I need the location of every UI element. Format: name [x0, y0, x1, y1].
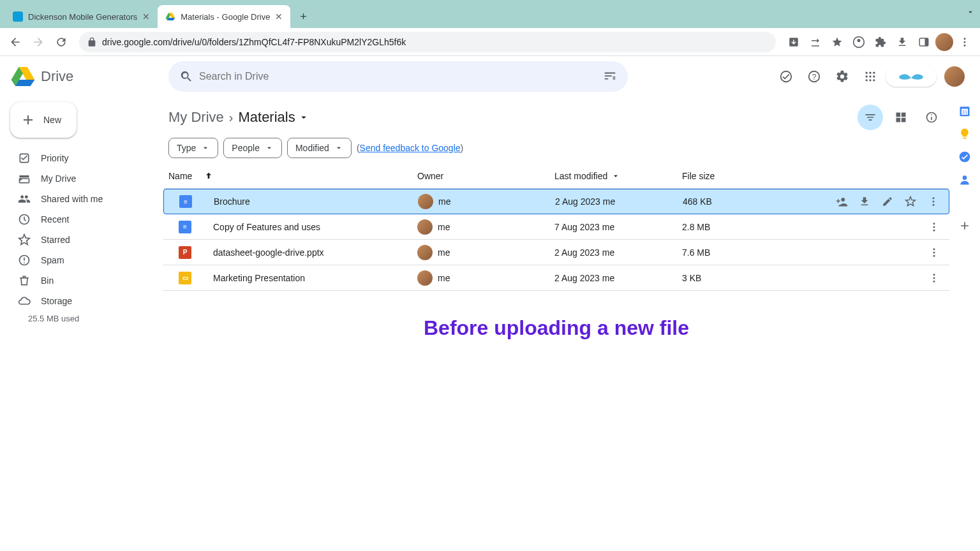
support-icon[interactable]: ? [801, 64, 827, 89]
new-tab-button[interactable]: + [294, 8, 312, 26]
tabs-dropdown-icon[interactable] [966, 8, 975, 17]
cloud-icon [18, 295, 31, 307]
col-header-name[interactable]: Name [168, 171, 417, 181]
sidepanel-icon[interactable] [914, 32, 934, 52]
addons-plus-icon[interactable] [958, 219, 971, 232]
breadcrumb-bar: My Drive › Materials [163, 97, 949, 133]
downloads-icon[interactable] [892, 32, 912, 52]
svg-point-7 [781, 71, 792, 82]
row-actions [831, 191, 944, 212]
sidebar-item-mydrive[interactable]: ▸ My Drive [10, 168, 153, 189]
close-icon[interactable]: ✕ [142, 11, 150, 22]
drive-header: Drive ? [0, 56, 980, 97]
reload-button[interactable] [51, 32, 71, 52]
new-button[interactable]: New [10, 102, 77, 138]
bookmark-icon[interactable] [827, 32, 847, 52]
more-icon[interactable] [924, 268, 944, 288]
svg-point-17 [869, 79, 871, 81]
sidebar-item-bin[interactable]: Bin [10, 270, 153, 291]
tasks-icon[interactable] [958, 151, 971, 163]
filter-list-icon[interactable] [858, 105, 883, 130]
account-avatar[interactable] [944, 66, 965, 87]
storage-used: 25.5 MB used [28, 314, 153, 323]
back-button[interactable] [5, 32, 26, 52]
sidebar-item-recent[interactable]: Recent [10, 209, 153, 230]
breadcrumb-current[interactable]: Materials [238, 109, 309, 126]
col-header-size[interactable]: File size [682, 171, 746, 181]
breadcrumb-root[interactable]: My Drive [168, 109, 224, 126]
feedback-anchor[interactable]: Send feedback to Google [360, 143, 461, 153]
expand-icon[interactable]: ▸ [19, 175, 22, 182]
table-row[interactable]: ▭ Marketing Presentation me 2 Aug 2023 m… [163, 265, 949, 291]
drive-logo-icon [10, 64, 36, 89]
cloud-sync-badge[interactable] [886, 66, 937, 87]
dropdown-icon [201, 143, 210, 152]
svg-point-30 [933, 223, 935, 224]
drive-logo[interactable]: Drive [10, 64, 163, 89]
svg-rect-3 [925, 38, 928, 46]
col-header-modified[interactable]: Last modified [554, 171, 682, 181]
contacts-icon[interactable] [958, 173, 971, 186]
sidebar-item-label: Recent [41, 214, 69, 224]
search-icon[interactable] [174, 64, 199, 89]
share-icon[interactable] [805, 32, 826, 52]
modified-cell: 2 Aug 2023 me [555, 196, 683, 207]
browser-tab-strip: Dickenson Mobile Generators ✕ Materials … [0, 0, 980, 28]
sidebar-item-spam[interactable]: Spam [10, 250, 153, 270]
svg-point-34 [933, 251, 935, 253]
filter-chip-type[interactable]: Type [168, 138, 218, 158]
filter-row: Type People Modified (Send feedback to G… [163, 133, 949, 163]
svg-point-1 [858, 39, 861, 42]
browser-tab-2[interactable]: Materials - Google Drive ✕ [158, 5, 290, 28]
sidebar-item-priority[interactable]: Priority [10, 148, 153, 168]
filter-chip-people[interactable]: People [223, 138, 282, 158]
settings-icon[interactable] [829, 64, 855, 89]
keep-icon[interactable] [958, 128, 971, 140]
more-icon[interactable] [924, 242, 944, 263]
spam-icon [18, 254, 31, 267]
svg-point-36 [933, 274, 935, 276]
sidebar-item-storage[interactable]: Storage [10, 291, 153, 311]
extensions-icon[interactable] [870, 32, 891, 52]
grid-view-icon[interactable] [888, 105, 914, 130]
edit-icon[interactable] [877, 191, 898, 212]
share-icon[interactable] [831, 191, 852, 212]
svg-point-38 [933, 280, 935, 282]
priority-icon [18, 152, 31, 165]
forward-button[interactable] [28, 32, 48, 52]
table-row[interactable]: P datasheet-google-drive.pptx me 2 Aug 2… [163, 240, 949, 265]
more-icon[interactable] [924, 217, 944, 237]
info-icon[interactable] [919, 105, 944, 130]
table-body: ≡ Brochure me 2 Aug 2023 me 468 KB ≡ Cop… [163, 189, 949, 291]
calendar-icon[interactable]: 31 [958, 105, 971, 117]
sidebar-item-shared[interactable]: Shared with me [10, 189, 153, 209]
search-options-icon[interactable] [597, 64, 623, 89]
slides-file-icon: ▭ [179, 272, 191, 284]
table-row[interactable]: ≡ Brochure me 2 Aug 2023 me 468 KB [163, 189, 949, 214]
star-icon[interactable] [900, 191, 921, 212]
search-bar[interactable] [168, 61, 628, 92]
file-name: Brochure [214, 196, 250, 207]
content-area: My Drive › Materials Type People Modifie… [163, 97, 980, 551]
profile-badge-icon[interactable] [849, 32, 869, 52]
shared-icon [18, 193, 31, 205]
modified-cell: 7 Aug 2023 me [554, 222, 682, 232]
browser-tab-1[interactable]: Dickenson Mobile Generators ✕ [5, 5, 158, 28]
url-bar[interactable]: drive.google.com/drive/u/0/folders/1ZhmQ… [79, 32, 776, 52]
sidebar-item-label: Starred [41, 235, 70, 245]
download-icon[interactable] [854, 191, 875, 212]
sidebar-item-starred[interactable]: Starred [10, 230, 153, 250]
install-icon[interactable] [783, 32, 804, 52]
sidebar-item-label: Storage [41, 296, 72, 306]
close-icon[interactable]: ✕ [275, 11, 283, 22]
table-row[interactable]: ≡ Copy of Features and uses me 7 Aug 202… [163, 214, 949, 240]
more-icon[interactable] [923, 191, 944, 212]
ready-offline-icon[interactable] [773, 64, 799, 89]
search-input[interactable] [199, 71, 597, 82]
svg-point-42 [960, 152, 970, 163]
filter-chip-modified[interactable]: Modified [287, 138, 352, 158]
apps-icon[interactable] [858, 64, 883, 89]
col-header-owner[interactable]: Owner [417, 171, 554, 181]
browser-profile-avatar[interactable] [935, 33, 953, 51]
chrome-menu-icon[interactable] [954, 32, 975, 52]
